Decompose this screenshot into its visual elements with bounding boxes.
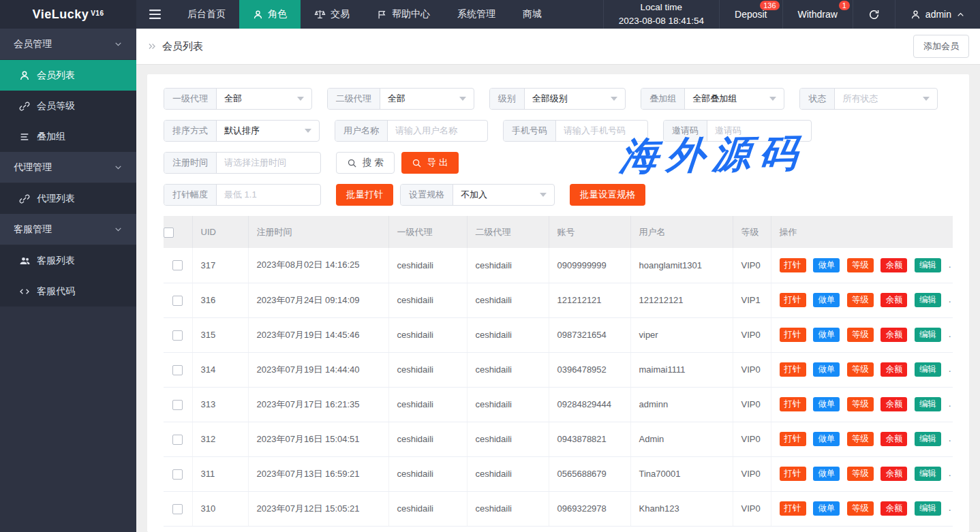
sidebar-item-agent-list[interactable]: 代理列表	[0, 183, 136, 214]
row-checkbox[interactable]	[172, 296, 183, 306]
more-actions[interactable]: ...	[949, 433, 953, 443]
more-actions[interactable]: ...	[949, 502, 953, 513]
row-checkbox[interactable]	[172, 435, 183, 445]
more-actions[interactable]: ...	[949, 467, 953, 478]
level-button[interactable]: 等级	[847, 397, 874, 411]
level-button[interactable]: 等级	[847, 467, 874, 481]
edit-button[interactable]: 编辑	[915, 397, 941, 411]
overlay-select[interactable]: 全部叠加组	[685, 89, 784, 109]
sidebar-group-member[interactable]: 会员管理	[0, 29, 136, 60]
filter-row-4: 打针幅度 最低 1.1 批量打针 设置规格 不加入 批量设置规格	[164, 184, 953, 206]
username-input[interactable]: 请输入用户名称	[388, 121, 487, 141]
nav-item-trade[interactable]: 交易	[301, 0, 363, 29]
balance-button[interactable]: 余额	[881, 397, 907, 411]
balance-button[interactable]: 余额	[881, 293, 907, 307]
batch-spec-button[interactable]: 批量设置规格	[570, 184, 645, 206]
row-checkbox[interactable]	[172, 469, 183, 480]
inject-button[interactable]: 打针	[780, 258, 806, 272]
nav-item-help[interactable]: 帮助中心	[363, 0, 444, 29]
edit-button[interactable]: 编辑	[915, 362, 941, 377]
balance-button[interactable]: 余额	[881, 362, 907, 377]
row-checkbox[interactable]	[172, 504, 183, 514]
more-actions[interactable]: ...	[949, 328, 953, 339]
more-actions[interactable]: ...	[949, 294, 953, 304]
inject-button[interactable]: 打针	[780, 432, 806, 446]
agent2-select[interactable]: 全部	[380, 89, 474, 109]
inject-button[interactable]: 打针	[780, 328, 806, 342]
edit-button[interactable]: 编辑	[915, 328, 941, 342]
level-button[interactable]: 等级	[847, 258, 874, 272]
inject-range-input[interactable]: 最低 1.1	[217, 185, 320, 205]
withdraw-button[interactable]: Withdraw 1	[782, 0, 853, 29]
edit-button[interactable]: 编辑	[915, 293, 941, 307]
cell-agent1: ceshidaili	[388, 352, 467, 387]
row-checkbox[interactable]	[172, 365, 183, 375]
refresh-button[interactable]	[853, 0, 895, 29]
nav-item-home[interactable]: 后台首页	[174, 0, 239, 29]
export-button[interactable]: 导 出	[401, 152, 459, 174]
balance-button[interactable]: 余额	[881, 432, 907, 446]
inject-button[interactable]: 打针	[780, 467, 806, 481]
status-select[interactable]: 所有状态	[835, 89, 937, 109]
deposit-button[interactable]: Deposit 136	[719, 0, 782, 29]
balance-button[interactable]: 余额	[881, 258, 907, 272]
edit-button[interactable]: 编辑	[915, 501, 941, 516]
sidebar-item-member-list[interactable]: 会员列表	[0, 60, 136, 91]
inject-button[interactable]: 打针	[780, 397, 806, 411]
do-order-button[interactable]: 做单	[813, 501, 840, 516]
select-all-checkbox[interactable]	[164, 228, 174, 238]
sidebar-item-overlay-group[interactable]: 叠加组	[0, 121, 136, 152]
phone-input[interactable]: 请输入手机号码	[556, 121, 647, 141]
cell-account: 0396478952	[549, 352, 630, 387]
edit-button[interactable]: 编辑	[915, 432, 941, 446]
sidebar-item-member-level[interactable]: 会员等级	[0, 91, 136, 121]
level-select[interactable]: 全部级别	[525, 89, 626, 109]
double-chevron-right-icon	[147, 42, 157, 51]
level-button[interactable]: 等级	[847, 362, 874, 377]
nav-item-system[interactable]: 系统管理	[444, 0, 509, 29]
sidebar-item-support-list[interactable]: 客服列表	[0, 245, 136, 276]
agent1-select[interactable]: 全部	[217, 89, 311, 109]
edit-button[interactable]: 编辑	[915, 467, 941, 481]
more-actions[interactable]: ...	[949, 363, 953, 374]
breadcrumb: 会员列表	[147, 40, 203, 53]
inject-button[interactable]: 打针	[780, 362, 806, 377]
row-checkbox[interactable]	[172, 260, 183, 270]
do-order-button[interactable]: 做单	[813, 293, 840, 307]
inject-button[interactable]: 打针	[780, 293, 806, 307]
do-order-button[interactable]: 做单	[813, 258, 840, 272]
do-order-button[interactable]: 做单	[813, 328, 840, 342]
invite-code-input[interactable]: 邀请码	[707, 121, 811, 141]
do-order-button[interactable]: 做单	[813, 397, 840, 411]
batch-inject-button[interactable]: 批量打针	[336, 184, 393, 206]
row-checkbox[interactable]	[172, 400, 183, 410]
level-button[interactable]: 等级	[847, 432, 874, 446]
nav-item-roles[interactable]: 角色	[239, 0, 301, 29]
sidebar-group-support[interactable]: 客服管理	[0, 214, 136, 245]
column-header: 用户名	[630, 216, 733, 248]
do-order-button[interactable]: 做单	[813, 467, 840, 481]
do-order-button[interactable]: 做单	[813, 362, 840, 377]
sidebar-item-support-code[interactable]: 客服代码	[0, 276, 136, 307]
balance-button[interactable]: 余额	[881, 501, 907, 516]
do-order-button[interactable]: 做单	[813, 432, 840, 446]
level-button[interactable]: 等级	[847, 293, 874, 307]
collapse-menu-button[interactable]	[136, 0, 174, 29]
edit-button[interactable]: 编辑	[915, 258, 941, 272]
level-button[interactable]: 等级	[847, 501, 874, 516]
balance-button[interactable]: 余额	[881, 328, 907, 342]
level-button[interactable]: 等级	[847, 328, 874, 342]
more-actions[interactable]: ...	[949, 259, 953, 270]
row-checkbox[interactable]	[172, 330, 183, 341]
nav-item-shop[interactable]: 商城	[509, 0, 555, 29]
spec-select[interactable]: 不加入	[453, 185, 554, 205]
sidebar-group-agent[interactable]: 代理管理	[0, 152, 136, 183]
balance-button[interactable]: 余额	[881, 467, 907, 481]
regtime-picker[interactable]: 请选择注册时间	[217, 153, 320, 173]
add-member-button[interactable]: 添加会员	[913, 35, 969, 58]
sort-select[interactable]: 默认排序	[217, 121, 319, 141]
inject-button[interactable]: 打针	[780, 501, 806, 516]
more-actions[interactable]: ...	[949, 398, 953, 409]
admin-menu[interactable]: admin	[895, 0, 980, 29]
search-button[interactable]: 搜 索	[336, 152, 395, 174]
